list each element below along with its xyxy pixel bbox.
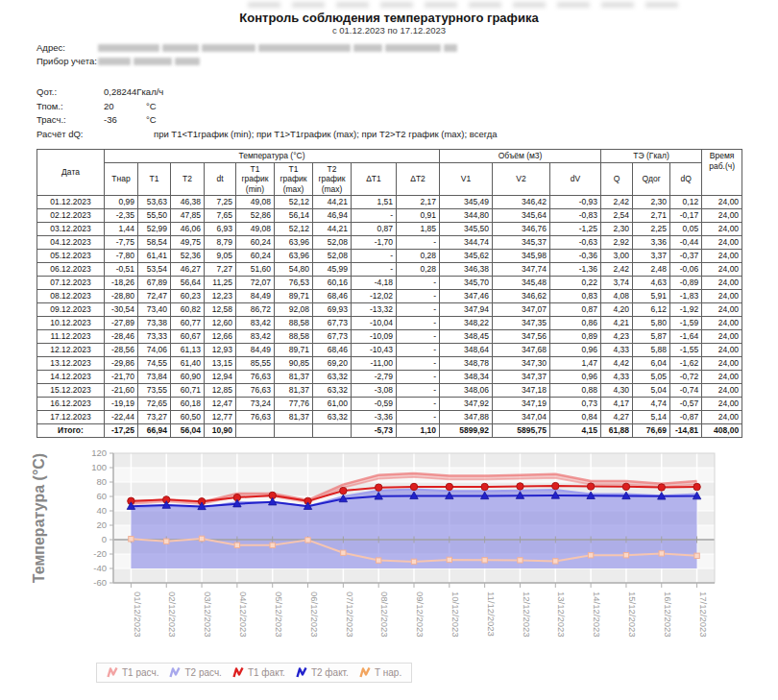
value-cell: - [397,357,440,371]
table-row: 09.12.2023-30,5473,4060,8212,5886,7292,0… [37,303,742,317]
value-cell: 7,25 [205,196,236,209]
value-cell: 0,84 [550,411,601,424]
date-cell: 11.12.2023 [37,330,105,344]
value-cell: - [397,290,440,303]
meter-row: Прибор учета: [36,55,460,68]
value-cell: 3,36 [633,236,670,250]
value-cell: 0,12 [670,196,702,209]
value-cell: 63,96 [275,236,313,250]
value-cell: -12,02 [352,290,397,303]
value-cell: 348,22 [440,317,493,330]
date-cell: 04.12.2023 [37,236,105,250]
value-cell: 69,93 [313,303,352,317]
value-cell: 24,00 [702,250,742,263]
page-title: Контроль соблюдения температурного графи… [0,11,778,25]
value-cell: 3,74 [601,277,633,290]
legend-item[interactable]: Т2 факт. [296,666,349,679]
value-cell: -10,04 [352,317,397,330]
table-row: 05.12.2023-7,8061,4152,369,0560,2463,965… [37,250,742,263]
value-cell: 1,44 [105,223,138,236]
value-cell: 73,84 [138,371,171,384]
temperature-chart-svg: 120100806040200-20-40-6001/12/202302/12/… [29,447,749,654]
value-cell: - [397,236,440,250]
param-label: Qот.: [36,85,104,100]
legend-item[interactable]: Т1 расч. [107,666,158,679]
value-cell: -22,44 [105,411,138,424]
value-cell: 24,00 [702,330,742,344]
table-groups-row: Дата Температура (°С) Объём (м3) ТЭ (Гка… [37,150,742,163]
legend-series-icon [359,666,372,679]
value-cell: 345,64 [493,209,550,223]
value-cell: 49,75 [171,236,205,250]
total-value-cell: 10,90 [205,424,236,438]
value-cell: 56,64 [171,277,205,290]
date-cell: 07.12.2023 [37,277,105,290]
x-axis-label: 13/12/2023 [556,591,567,638]
value-cell: 76,63 [236,411,275,424]
redacted-meter-value [134,58,172,65]
value-cell: 89,71 [275,344,313,357]
value-cell: 24,00 [702,290,742,303]
legend-label: Т1 расч. [122,667,158,678]
value-cell: -0,37 [670,250,702,263]
report-page: Контроль соблюдения температурного графи… [0,0,778,700]
value-cell: 73,55 [138,384,171,398]
value-cell: - [397,371,440,384]
table-subheader-row: ТнарТ1Т2dtТ1 график (min)Т1 график (max)… [37,162,742,196]
x-axis-label: 07/12/2023 [345,591,355,638]
value-cell: 5,14 [633,411,670,424]
value-cell: 90,85 [275,357,313,371]
legend-item[interactable]: Т1 факт. [232,666,285,679]
value-cell: -27,89 [105,317,138,330]
value-cell: - [352,263,397,277]
total-value-cell: 1,10 [397,424,440,438]
value-cell: 12,77 [205,411,236,424]
column-header: dt [205,162,236,196]
value-cell: 12,47 [205,398,236,411]
value-cell: 5,80 [633,317,670,330]
value-cell: 60,23 [171,290,205,303]
column-header: Q [601,162,633,196]
value-cell: - [397,317,440,330]
value-cell: 347,04 [493,411,550,424]
value-cell: -21,60 [105,384,138,398]
value-cell: -29,86 [105,357,138,371]
legend-item[interactable]: Т2 расч. [169,666,221,679]
value-cell: 49,08 [236,196,275,209]
value-cell: 346,38 [440,263,493,277]
table-row: 01.12.20230,9953,6346,387,2549,0852,1244… [37,196,742,209]
value-cell: 84,49 [236,344,275,357]
value-cell: 86,72 [236,303,275,317]
table-row: 08.12.2023-28,8072,4760,2312,2384,4989,7… [37,290,742,303]
value-cell: 52,12 [275,223,313,236]
value-cell: 4,21 [601,317,633,330]
total-value-cell [275,424,313,438]
value-cell: -10,43 [352,344,397,357]
value-cell: -21,70 [105,371,138,384]
redacted-header-strip [248,2,685,8]
value-cell: 2,30 [633,196,670,209]
svg-text:80: 80 [96,476,107,487]
legend-series-icon [169,666,182,679]
total-value-cell: 5899,92 [440,424,493,438]
value-cell: 72,65 [138,398,171,411]
param-label: Трасч.: [36,113,104,128]
value-cell: 0,91 [397,209,440,223]
value-cell: 0,28 [397,263,440,277]
value-cell: -0,83 [550,209,601,223]
table-row: 15.12.2023-21,6073,5560,7112,8576,6381,3… [37,384,742,398]
legend-item[interactable]: Т нар. [359,666,401,679]
value-cell: -4,18 [352,277,397,290]
value-cell: 72,47 [138,290,171,303]
column-header: Тнар [105,162,138,196]
x-axis-label: 04/12/2023 [238,591,249,638]
value-cell: 6,93 [205,223,236,236]
legend-series-icon [107,666,119,679]
value-cell: 347,19 [493,398,550,411]
total-value-cell: -14,81 [670,424,702,438]
table-row: 10.12.2023-27,8973,3860,7712,6083,4288,5… [37,317,742,330]
param-value: 0,28244Гкал/ч [104,85,163,100]
value-cell: 12,60 [205,317,236,330]
date-cell: 09.12.2023 [37,303,105,317]
value-cell: 0,99 [105,196,138,209]
